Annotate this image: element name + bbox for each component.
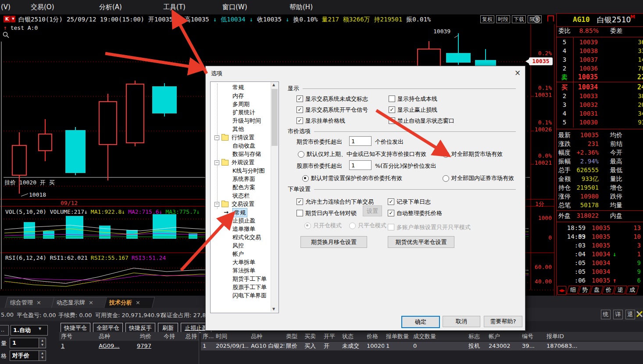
tree-item-大单拆单[interactable]: 大单拆单: [211, 258, 270, 266]
book-row-buy-3[interactable]: 31003220: [557, 100, 643, 109]
book-row-buy-5[interactable]: 51003093: [557, 118, 643, 127]
mode-select-arrow-icon[interactable]: ▼: [39, 327, 41, 331]
kline-type-dropdown[interactable]: ▼: [11, 16, 15, 22]
tree-item-内存[interactable]: 内存: [211, 92, 270, 100]
tree-item-期货手工下单[interactable]: 期货手工下单: [211, 275, 270, 283]
tree-item-常规[interactable]: 常规: [211, 83, 270, 92]
checkbox-期货日内平仓转对锁[interactable]: 期货日内平仓转对锁: [296, 208, 357, 219]
checkbox-显示交易系统开平仓信号[interactable]: ✓显示交易系统开平仓信号: [296, 104, 368, 115]
expand-box-icon[interactable]: −: [214, 160, 219, 165]
tree-item-自动收盘[interactable]: 自动收盘: [211, 141, 270, 150]
checkbox-禁止自动显示状态窗口[interactable]: 禁止自动显示状态窗口: [389, 115, 454, 126]
ord-cell-4[interactable]: 买入: [304, 342, 322, 350]
dots-button[interactable]: ..: [0, 325, 9, 336]
ord-cell-8[interactable]: 1: [386, 342, 411, 350]
checkbox-允许主力连续合约下单交易[interactable]: ✓允许主力连续合约下单交易: [296, 196, 374, 207]
chart-toolbar-button-1[interactable]: 时段: [496, 15, 510, 23]
status-button-退[interactable]: 退: [625, 310, 635, 319]
ord-cell-7[interactable]: 10020: [367, 342, 384, 350]
tree-scrollbar[interactable]: ▲▼: [271, 82, 279, 312]
tree-item-配色方案[interactable]: 配色方案: [211, 183, 270, 191]
tree-item-系统界面[interactable]: 系统界面: [211, 175, 270, 183]
options-tree[interactable]: 常规内存多周期扩展统计升级与时间其他−行情设置自动收盘数据与存储−外观设置K线与…: [210, 81, 279, 313]
tick-tab-价[interactable]: 价: [602, 286, 615, 294]
scroll-thumb[interactable]: [271, 89, 278, 146]
tree-item-多周期[interactable]: 多周期: [211, 100, 270, 108]
book-row-buy-2[interactable]: 21003338: [557, 92, 643, 100]
ord-cell-0[interactable]: 1: [203, 342, 214, 350]
menu-item-1[interactable]: 交易(O): [31, 3, 54, 11]
tick-tab-逆[interactable]: 逆: [614, 286, 627, 294]
orders-table[interactable]: 序...时间品种类型买卖开平状态价格报单数量成交数量标志帐户编号报单ID1202…: [201, 332, 643, 364]
ord-cell-2[interactable]: AG10 白银25...: [251, 342, 284, 350]
tree-item-闪电下单界面[interactable]: 闪电下单界面: [211, 291, 270, 300]
tree-item-帐户[interactable]: 帐户: [211, 250, 270, 258]
tools-icon[interactable]: [636, 310, 643, 320]
quick-button-3[interactable]: 刷新: [158, 323, 178, 333]
book-row-sell-3[interactable]: 31003714: [557, 55, 643, 64]
status-button-详[interactable]: 详: [613, 310, 623, 319]
qty-input[interactable]: 1: [10, 338, 40, 348]
tab-综合管理[interactable]: 综合管理×: [5, 297, 57, 308]
tick-row[interactable]: 18:59 14:591003513: [557, 223, 643, 232]
tab-close-icon[interactable]: ×: [36, 299, 41, 306]
positions-table[interactable]: 序号品种均价今持总持1AG09...9797: [59, 332, 199, 364]
tick-row[interactable]: :031003510: [557, 232, 643, 241]
close-old-settings-button[interactable]: 期货优先平老仓设置: [388, 236, 454, 248]
quick-button-2[interactable]: 快捷反手: [125, 323, 155, 333]
ord-cell-12[interactable]: 39...: [522, 342, 545, 350]
chart-toolbar-button-0[interactable]: 复权: [480, 15, 494, 23]
checkbox-记录下单日志[interactable]: ✓记录下单日志: [388, 196, 431, 207]
ord-cell-11[interactable]: 243002: [489, 342, 520, 350]
expand-box-icon[interactable]: −: [214, 135, 219, 140]
ord-cell-13[interactable]: 1870683...: [547, 342, 637, 350]
ord-cell-9[interactable]: 0: [413, 342, 467, 350]
tab-技术分析[interactable]: 技术分析×: [104, 297, 155, 308]
tree-item-数据与存储[interactable]: 数据与存储: [211, 150, 270, 158]
tick-tab-pager[interactable]: ◀▶: [557, 286, 566, 295]
ord-cell-10[interactable]: 投机: [468, 342, 487, 350]
menu-item-0[interactable]: (V): [1, 3, 11, 11]
expand-box-icon[interactable]: −: [214, 202, 219, 207]
rollover-settings-button[interactable]: 期货换月移仓设置: [300, 236, 367, 248]
qty-stepper[interactable]: ▲▼: [39, 338, 46, 348]
book-row-buy-4[interactable]: 41003134: [557, 109, 643, 118]
book-row-buy-买[interactable]: 买1003424: [557, 83, 643, 92]
radio-默认仅对上期、中金或已知不支持市价接口有效[interactable]: 默认仅对上期、中金或已知不支持市价接口有效: [298, 150, 426, 158]
pos-cell-2[interactable]: 9797: [125, 342, 151, 350]
cancel-button[interactable]: 取消: [443, 316, 480, 327]
quick-button-0[interactable]: 快捷平仓: [61, 323, 90, 333]
ord-cell-1[interactable]: 2025/09/1...: [216, 342, 249, 350]
help-button[interactable]: 需要帮助?: [484, 316, 522, 327]
book-row-sell-4[interactable]: 41003833: [557, 46, 643, 55]
menu-item-5[interactable]: 帮助(H): [289, 3, 313, 11]
book-row-sell-5[interactable]: 51003936: [557, 38, 643, 46]
menu-item-2[interactable]: 分析(A): [99, 3, 122, 11]
tick-row[interactable]: :05100349: [557, 258, 643, 267]
checkbox-显示挂单价格线[interactable]: ✓显示挂单价格线: [296, 115, 368, 126]
tree-item-程式化交易[interactable]: 程式化交易: [211, 233, 270, 241]
tree-item-升级与时间[interactable]: 升级与时间: [211, 117, 270, 125]
book-row-sell-卖[interactable]: 卖1003522: [557, 73, 643, 81]
radio-对全部期货市场有效[interactable]: 对全部期货市场有效: [443, 150, 503, 158]
clock-icon[interactable]: [533, 16, 540, 23]
tick-tab-盘[interactable]: 盘: [590, 286, 604, 294]
tree-item-算法拆单[interactable]: 算法拆单: [211, 266, 270, 275]
checkbox-显示止赢止损线[interactable]: ✓显示止赢止损线: [389, 104, 454, 115]
tree-item-外观设置[interactable]: −外观设置: [211, 158, 270, 166]
checkbox-显示持仓成本线[interactable]: 显示持仓成本线: [389, 93, 454, 104]
kline-type-badge[interactable]: K: [4, 16, 11, 22]
price-input[interactable]: 对手价: [10, 350, 40, 361]
chart-toolbar-button-2[interactable]: 下载: [512, 15, 526, 23]
ord-cell-5[interactable]: 开: [324, 342, 340, 350]
tab-close-icon[interactable]: ×: [136, 299, 140, 306]
status-button-统[interactable]: 统: [601, 310, 611, 319]
scroll-up-icon[interactable]: ▲: [272, 83, 275, 87]
quick-button-1[interactable]: 全部平仓: [93, 323, 123, 333]
ord-cell-6[interactable]: 未成交: [342, 342, 365, 350]
dialog-close-button[interactable]: ×: [513, 68, 522, 78]
tick-row[interactable]: :03100353: [557, 241, 643, 250]
tick-tab-势[interactable]: 势: [578, 286, 592, 294]
order-mode-select[interactable]: 1.自动: [11, 325, 48, 336]
ok-button[interactable]: 确定: [401, 316, 440, 328]
